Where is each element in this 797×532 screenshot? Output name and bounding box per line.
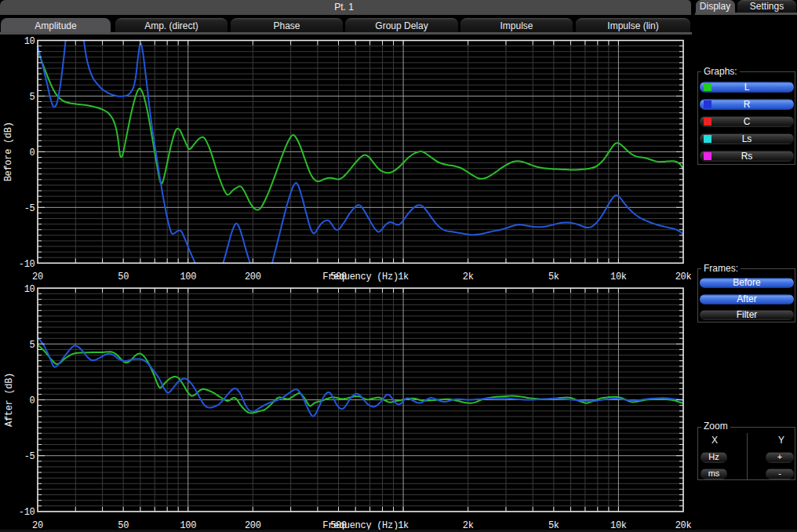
svg-text:1k: 1k <box>398 271 409 282</box>
svg-text:100: 100 <box>180 271 196 282</box>
svg-text:5: 5 <box>30 92 35 103</box>
svg-text:50: 50 <box>118 271 129 282</box>
svg-text:-10: -10 <box>19 507 35 518</box>
svg-text:Before (dB): Before (dB) <box>4 122 15 181</box>
svg-text:Frequency (Hz): Frequency (Hz) <box>322 271 398 282</box>
svg-text:0: 0 <box>30 148 35 159</box>
svg-text:10k: 10k <box>610 271 627 282</box>
svg-text:20k: 20k <box>675 271 692 282</box>
svg-text:-5: -5 <box>24 451 35 462</box>
svg-text:5: 5 <box>30 340 35 351</box>
svg-text:10: 10 <box>24 284 35 295</box>
svg-text:2k: 2k <box>463 271 474 282</box>
svg-text:After (dB): After (dB) <box>4 373 15 427</box>
svg-text:200: 200 <box>245 271 261 282</box>
svg-text:20: 20 <box>32 271 43 282</box>
svg-text:5k: 5k <box>548 271 559 282</box>
svg-text:10: 10 <box>24 36 35 47</box>
svg-text:0: 0 <box>30 395 35 406</box>
svg-text:-5: -5 <box>24 203 35 214</box>
svg-text:-10: -10 <box>19 259 35 270</box>
